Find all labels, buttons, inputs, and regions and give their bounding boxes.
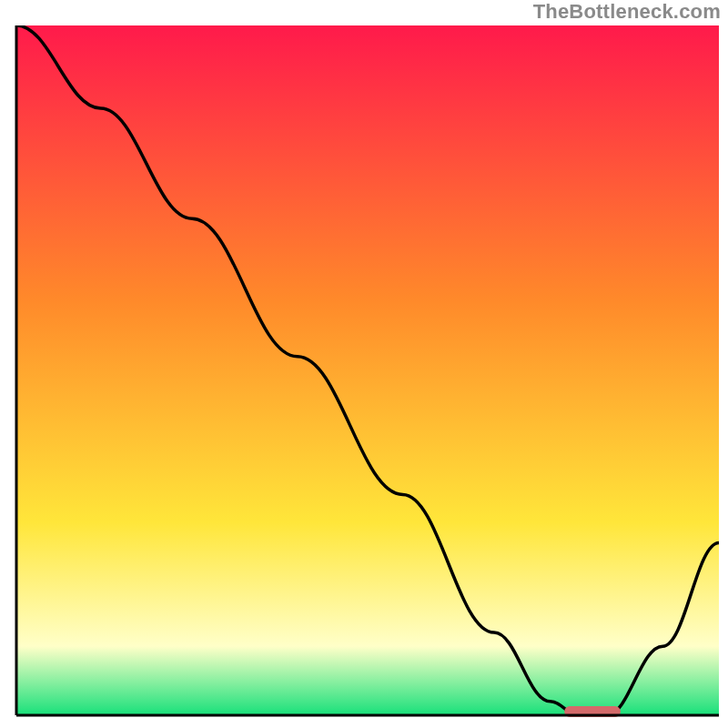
watermark-text: TheBottleneck.com — [533, 0, 721, 24]
gradient-background — [16, 25, 719, 715]
chart-stage: TheBottleneck.com — [0, 0, 728, 728]
bottleneck-chart — [0, 0, 728, 728]
